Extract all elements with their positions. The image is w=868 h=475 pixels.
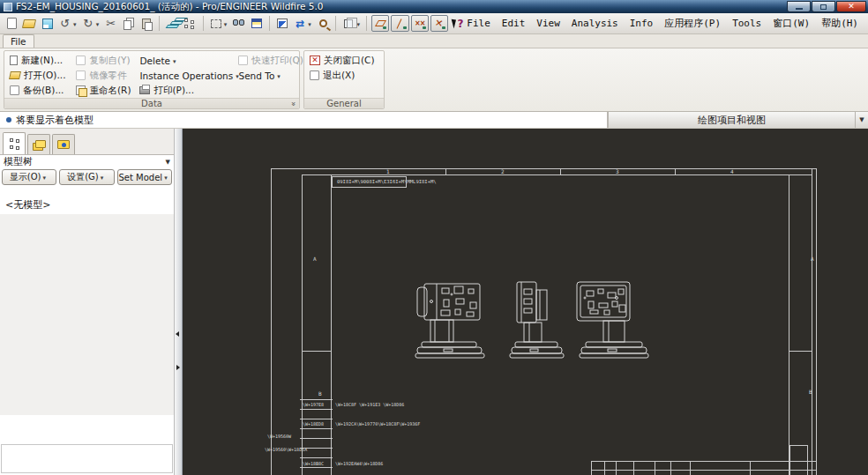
tab-model-tree[interactable] — [3, 132, 26, 154]
menu-help[interactable]: 帮助(H) — [821, 17, 858, 30]
titlebar[interactable]: FS2-EM_HOUSING_20160601_ (活动的) - Pro/ENG… — [0, 0, 868, 13]
find-icon[interactable] — [230, 15, 246, 32]
menu-info[interactable]: Info — [630, 18, 654, 29]
zone-letter-b-right: B — [809, 389, 812, 395]
menu-file[interactable]: File — [467, 18, 490, 29]
main-area: 模型树 ▼ 显示(O)▾ 设置(G)▾ Set Model▾ <无模型> — [0, 129, 868, 475]
zone-letter-b-left: B — [318, 390, 322, 397]
panel-splitter[interactable] — [174, 129, 183, 475]
minimize-icon — [796, 8, 803, 10]
datum-axis-toggle[interactable] — [391, 15, 408, 32]
menu-analysis[interactable]: Analysis — [572, 18, 618, 29]
menu-view[interactable]: View — [536, 18, 560, 29]
top-note: 09I8I+M\9008I+M\E3I6I+M\MML9I8I+M\ — [332, 176, 437, 187]
datum-point-toggle[interactable]: ×× — [411, 15, 429, 32]
save-icon[interactable] — [39, 15, 55, 32]
regenerate-dropdown[interactable]: ▾ — [308, 21, 314, 28]
sketcher-icon[interactable] — [274, 15, 290, 32]
svg-text:1: 1 — [386, 168, 390, 174]
close-button[interactable]: ✕ — [836, 1, 866, 12]
print-button[interactable]: 打印(P)... — [138, 83, 229, 98]
app-icon — [4, 3, 12, 11]
model-tree-background — [0, 214, 174, 415]
model-tree-content[interactable]: <无模型> — [0, 186, 174, 475]
layers-icon[interactable] — [164, 15, 180, 32]
svg-text:\W+192CA\W+19770\W+18C8F\W+193: \W+192CA\W+19770\W+18C8F\W+1936F — [335, 421, 420, 427]
model-tree-icon — [9, 138, 20, 150]
copy-from-icon — [76, 56, 86, 65]
select-box-icon[interactable] — [208, 15, 224, 32]
ribbon: File 新建(N)... 打开(O)... 备份(B)... 复制自(Y) 镜… — [0, 34, 868, 112]
new-file-icon[interactable] — [4, 15, 19, 32]
paste-icon[interactable] — [138, 15, 154, 32]
menu-window[interactable]: 窗口(W) — [773, 17, 810, 30]
settings-button[interactable]: 设置(G)▾ — [59, 169, 114, 185]
view-dropdown[interactable]: ▾ — [356, 21, 363, 28]
cut-icon[interactable]: ✂ — [103, 15, 119, 32]
quick-print-button[interactable]: 快速打印(Q)... — [236, 53, 311, 68]
delete-dropdown[interactable]: ▾ — [173, 58, 179, 65]
regenerate-icon[interactable]: ⇄ — [292, 15, 308, 32]
close-window-button[interactable]: ✕关闭窗口(C) — [308, 53, 380, 68]
select-dropdown[interactable]: ▾ — [224, 21, 230, 28]
set-model-button[interactable]: Set Model▾ — [117, 169, 172, 185]
svg-text:\W+18C8F \W+191E3 \W+18D86: \W+18C8F \W+191E3 \W+18D86 — [335, 402, 404, 407]
print-icon — [139, 86, 150, 94]
model-tree-toggle-icon[interactable] — [182, 15, 198, 32]
instance-operations-button[interactable]: Instance Operations▾ — [138, 68, 229, 83]
menu-edit[interactable]: Edit — [502, 18, 526, 29]
zoom-icon[interactable] — [315, 15, 331, 32]
ribbon-group-data: 新建(N)... 打开(O)... 备份(B)... 复制自(Y) 镜像零件 重… — [4, 50, 300, 109]
window-title: FS2-EM_HOUSING_20160601_ (活动的) - Pro/ENG… — [16, 1, 324, 13]
menu-tools[interactable]: Tools — [732, 18, 761, 29]
redo-dropdown[interactable]: ▾ — [96, 21, 102, 28]
open-file-icon[interactable] — [21, 15, 37, 32]
drawing-items-dropdown-icon[interactable]: ▼ — [855, 112, 868, 128]
open-button[interactable]: 打开(O)... — [8, 68, 67, 83]
view-cube-icon[interactable] — [340, 15, 356, 32]
front-view — [415, 284, 484, 358]
new-button[interactable]: 新建(N)... — [8, 53, 67, 68]
send-to-button[interactable]: Send To▾ — [236, 68, 311, 83]
ribbon-body: 新建(N)... 打开(O)... 备份(B)... 复制自(Y) 镜像零件 重… — [0, 48, 868, 111]
tab-layers[interactable] — [27, 134, 50, 154]
copy-from-button[interactable]: 复制自(Y) — [74, 53, 131, 68]
datum-csys-toggle[interactable]: ✕ — [430, 15, 448, 32]
redo-icon[interactable]: ↻ — [80, 15, 96, 32]
delete-button[interactable]: Delete▾ — [138, 53, 229, 68]
ribbon-group-general: ✕关闭窗口(C) 退出(X) General — [303, 50, 385, 109]
model-tree-header: 模型树 ▼ — [0, 154, 174, 168]
rename-button[interactable]: 重命名(R) — [74, 83, 131, 98]
tab-file[interactable]: File — [3, 34, 34, 48]
model-tree-header-dropdown-icon[interactable]: ▼ — [166, 159, 170, 166]
minimize-button[interactable] — [787, 1, 811, 12]
tab-folder-browser[interactable] — [52, 134, 75, 154]
toolbar-separator — [366, 16, 367, 31]
copy-icon[interactable] — [121, 15, 137, 32]
context-help-icon[interactable]: ? — [450, 15, 466, 32]
mirror-part-button[interactable]: 镜像零件 — [74, 68, 131, 83]
backup-button[interactable]: 备份(B)... — [8, 83, 67, 98]
svg-text:\W+18B8C: \W+18B8C — [303, 461, 324, 466]
datum-plane-toggle[interactable] — [371, 15, 389, 32]
collapse-right-icon[interactable] — [176, 365, 180, 370]
navigator-bottom-panel — [1, 444, 173, 473]
drawing-items-combobox[interactable]: 绘图项目和视图 ▼ — [607, 112, 868, 128]
send-to-dropdown[interactable]: ▾ — [277, 73, 283, 80]
collapse-left-icon[interactable] — [176, 331, 179, 337]
toolbar-separator — [203, 16, 204, 31]
undo-icon[interactable]: ↺ — [57, 15, 73, 32]
maximize-button[interactable] — [812, 1, 835, 12]
filter-icon[interactable] — [249, 15, 265, 32]
exit-button[interactable]: 退出(X) — [308, 68, 380, 83]
drawing-canvas[interactable]: 1 2 3 4 A B A B 09I8I+M\9008I+M\E3I6I+M\… — [183, 129, 868, 475]
close-window-icon: ✕ — [310, 56, 320, 65]
zone-letter-a-left: A — [313, 256, 317, 262]
top-note-text: 09I8I+M\9008I+M\E3I6I+M\MML9I8I+M\ — [337, 179, 437, 184]
data-group-overflow-chevron[interactable]: » — [289, 101, 298, 107]
show-button[interactable]: 显示(O)▾ — [2, 169, 56, 185]
undo-dropdown[interactable]: ▾ — [73, 21, 79, 28]
menu-applications[interactable]: 应用程序(P) — [664, 17, 721, 30]
svg-text:\W+197E8: \W+197E8 — [303, 402, 324, 407]
main-toolbar: ↺ ▾ ↻ ▾ ✂ ▾ ⇄ ▾ ▾ ×× ✕ ? File Edit View … — [0, 13, 868, 34]
